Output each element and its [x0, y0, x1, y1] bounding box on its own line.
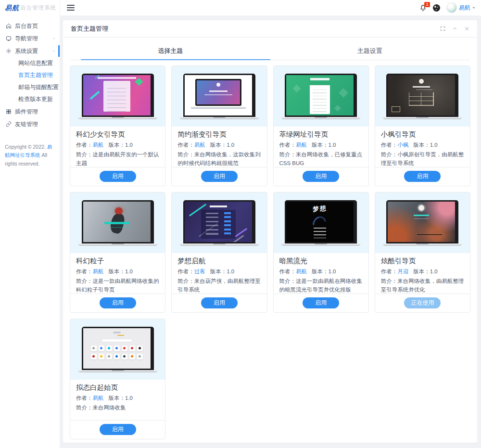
theme-author-link[interactable]: 易航	[296, 269, 307, 274]
theme-author-link[interactable]: 易航	[296, 142, 307, 148]
theme-version: 1.0	[430, 269, 438, 274]
submenu-item-check-update[interactable]: 检查版本更新	[0, 93, 60, 105]
theme-version: 1.0	[125, 395, 133, 401]
enable-button[interactable]: 启用	[100, 297, 136, 308]
nav-icon	[6, 36, 12, 41]
theme-author-link[interactable]: 易航	[93, 395, 104, 401]
tab-select-theme[interactable]: 选择主题	[71, 44, 270, 60]
enable-button[interactable]: 启用	[201, 171, 238, 182]
panel-header: 首页主题管理	[63, 20, 477, 38]
laptop-mockup	[183, 200, 255, 246]
theme-card: 萃绿网址引导页 作者：易航版本：1.0 简介：来自网络收集，已修复重点CSS B…	[273, 65, 369, 186]
submenu-item-site-info[interactable]: 网站信息配置	[0, 57, 60, 69]
theme-desc: 简介：这是一款由易航在网络收集的暗黑流光引导页并优化排版	[279, 277, 363, 294]
theme-grid: 科幻少女引导页 作者：易航版本：1.0 简介：这是由易航开发的一个默认主题 启用…	[63, 60, 477, 439]
theme-skin-icon[interactable]	[433, 4, 440, 12]
theme-card: 小枫引导页 作者：小枫版本：1.0 简介：小枫原创引导页，由易航整理至引导系统 …	[375, 65, 470, 186]
enable-button[interactable]: 启用	[100, 171, 136, 182]
theme-title: 暗黑流光	[279, 256, 363, 266]
version-label: 版本：	[312, 269, 329, 274]
theme-desc: 简介：这是由易航开发的一个默认主题	[76, 151, 159, 167]
theme-thumbnail	[70, 319, 165, 380]
sidebar-item-links-manage[interactable]: 友链管理	[0, 118, 60, 130]
copyright: Copyright © 2022. 易航网址引导系统 All rights re…	[5, 143, 55, 168]
enable-button[interactable]: 启用	[404, 171, 441, 182]
sidebar-item-label: 系统设置	[15, 47, 38, 55]
sidebar-menu: 后台首页 导航管理 系统设置 网站信息配置 首页主题管理 邮箱与提醒配置 检查版…	[0, 20, 60, 130]
sidebar-item-dashboard[interactable]: 后台首页	[0, 20, 60, 32]
logo-subtitle: 后台管理系统	[20, 4, 56, 12]
enable-button[interactable]: 启用	[303, 297, 339, 308]
theme-title: 科幻少女引导页	[76, 130, 159, 139]
theme-author-link[interactable]: 易航	[194, 142, 205, 148]
author-label: 作者：	[381, 142, 398, 148]
version-label: 版本：	[109, 142, 126, 148]
version-label: 版本：	[210, 142, 227, 148]
user-avatar	[446, 2, 457, 13]
desc-label: 简介：	[76, 278, 93, 284]
submenu-item-theme-manage[interactable]: 首页主题管理	[0, 69, 60, 81]
theme-screen-art	[83, 202, 151, 242]
submenu-item-mail-config[interactable]: 邮箱与提醒配置	[0, 81, 60, 93]
theme-desc: 简介：来自网络收集，已修复重点CSS BUG	[279, 151, 363, 167]
username: 易航	[459, 4, 470, 12]
app-logo[interactable]: 易航 后台管理系统	[0, 0, 60, 16]
theme-card: 科幻粒子 作者：易航版本：1.0 简介：这是一款由易航网络收集的科幻粒子引导页 …	[70, 192, 165, 313]
laptop-mockup	[285, 74, 357, 119]
theme-desc: 简介：小枫原创引导页，由易航整理至引导系统	[381, 151, 464, 167]
tab-bar: 选择主题 主题设置	[71, 44, 469, 60]
desc-text: 来自网络收集	[93, 405, 126, 410]
desc-label: 简介：	[381, 152, 398, 157]
settings-submenu: 网站信息配置 首页主题管理 邮箱与提醒配置 检查版本更新	[0, 57, 60, 105]
desc-label: 简介：	[76, 405, 93, 410]
theme-card: 梦想 暗黑流光 作者：易航版本：1.0 简介：这是一款由易航在网络收集的暗黑流光…	[273, 192, 369, 313]
desc-label: 简介：	[279, 152, 296, 157]
desc-label: 简介：	[76, 152, 93, 157]
desc-label: 简介：	[381, 278, 398, 284]
theme-manage-panel: 首页主题管理 选择主题 主题设置 科幻少女引导页	[63, 20, 477, 443]
version-label: 版本：	[109, 395, 126, 401]
theme-author-link[interactable]: 易航	[93, 142, 104, 148]
sidebar-item-system-settings[interactable]: 系统设置	[0, 45, 60, 57]
theme-desc: 简介：来自网络收集，这款收集到的时候代码结构就很规范	[177, 151, 261, 167]
plugin-icon	[6, 109, 12, 115]
theme-card: 炫酷引导页 作者：月迢版本：1.0 简介：来自网络收集，由易航整理至引导系统并优…	[375, 192, 470, 313]
theme-card: 梦想启航 作者：过客版本：1.0 简介：来自葫芦侠，由易航整理至引导系统 启用	[171, 192, 267, 313]
enable-button[interactable]: 启用	[303, 171, 339, 182]
theme-thumbnail	[172, 66, 266, 127]
notification-badge: 1	[424, 2, 430, 7]
menu-toggle-icon[interactable]	[67, 5, 75, 11]
theme-screen-art	[286, 75, 354, 115]
enable-button[interactable]: 启用	[100, 424, 136, 435]
sidebar-item-plugin-manage[interactable]: 插件管理	[0, 105, 60, 118]
fullscreen-icon[interactable]	[440, 26, 445, 31]
theme-author-link[interactable]: 小枫	[397, 142, 408, 148]
laptop-mockup	[183, 74, 255, 119]
sidebar: 易航 后台管理系统 后台首页 导航管理 系统设置 网站信息配置 首页主题管理 邮…	[0, 0, 60, 448]
theme-screen-art	[388, 75, 455, 115]
copyright-prefix: Copyright © 2022.	[5, 144, 47, 150]
enable-button[interactable]: 启用	[201, 297, 238, 308]
laptop-mockup	[386, 74, 458, 119]
user-menu[interactable]: 易航	[446, 2, 475, 13]
collapse-icon[interactable]	[452, 26, 457, 31]
tab-theme-settings[interactable]: 主题设置	[270, 44, 470, 60]
home-icon	[6, 23, 12, 29]
laptop-mockup	[82, 200, 154, 246]
sidebar-item-label: 后台首页	[15, 22, 38, 30]
desc-label: 简介：	[279, 278, 296, 284]
theme-author-link[interactable]: 易航	[93, 269, 104, 274]
theme-author-link[interactable]: 过客	[194, 269, 205, 274]
theme-version: 1.0	[227, 269, 234, 274]
theme-thumbnail	[274, 66, 368, 127]
theme-desc: 简介：来自葫芦侠，由易航整理至引导系统	[177, 277, 261, 294]
in-use-button[interactable]: 正在使用	[404, 297, 441, 308]
laptop-mockup	[82, 327, 154, 372]
theme-screen-art	[83, 328, 151, 369]
close-icon[interactable]	[464, 26, 469, 31]
theme-meta: 作者：易航版本：1.0	[279, 268, 363, 275]
notification-button[interactable]: 1	[419, 4, 427, 12]
theme-author-link[interactable]: 月迢	[397, 269, 408, 274]
author-label: 作者：	[279, 142, 296, 148]
sidebar-item-nav-manage[interactable]: 导航管理	[0, 32, 60, 45]
